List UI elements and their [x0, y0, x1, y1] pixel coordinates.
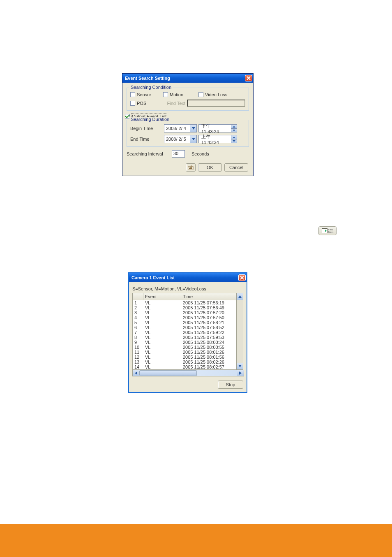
- table-row[interactable]: 13VL2005 11/25 08:02:26: [133, 360, 236, 364]
- cancel-button[interactable]: Cancel: [224, 163, 248, 172]
- scroll-left-button[interactable]: [133, 370, 139, 376]
- horizontal-scrollbar[interactable]: [132, 370, 244, 376]
- searching-interval-unit: Seconds: [191, 151, 209, 156]
- cell-event: VL: [143, 340, 181, 345]
- col-time[interactable]: Time: [181, 293, 236, 300]
- pos-checkbox[interactable]: [130, 101, 135, 106]
- col-index[interactable]: [133, 293, 143, 300]
- cell-index: 14: [133, 364, 143, 369]
- event-table: Event Time 1VL2005 11/25 07:56:192VL2005…: [132, 293, 237, 370]
- cell-index: 9: [133, 340, 143, 345]
- table-row[interactable]: 8VL2005 11/25 07:59:53: [133, 335, 236, 340]
- cell-index: 12: [133, 355, 143, 360]
- motion-checkbox[interactable]: [163, 92, 168, 97]
- scroll-down-button[interactable]: [237, 363, 243, 369]
- titlebar[interactable]: Camera 1 Event List: [129, 273, 247, 282]
- cell-event: VL: [143, 310, 181, 315]
- begin-date-picker[interactable]: 2008/ 2/ 4: [164, 124, 197, 132]
- table-row[interactable]: 11VL2005 11/25 08:01:26: [133, 350, 236, 355]
- scroll-up-button[interactable]: [237, 293, 243, 300]
- end-time-up[interactable]: [231, 135, 237, 139]
- cell-time: 2005 11/25 08:01:26: [181, 350, 236, 355]
- begin-date-dropdown[interactable]: [190, 125, 196, 132]
- table-row[interactable]: 6VL2005 11/25 07:58:52: [133, 325, 236, 330]
- cell-event: VL: [143, 355, 181, 360]
- cell-index: 8: [133, 335, 143, 340]
- cell-index: 1: [133, 300, 143, 305]
- find-text-input[interactable]: [187, 100, 245, 107]
- keyboard-icon: [188, 165, 194, 169]
- cell-time: 2005 11/25 08:02:57: [181, 364, 236, 369]
- table-header: Event Time: [133, 293, 236, 300]
- scroll-track[interactable]: [237, 300, 243, 363]
- video-loss-label: Video Loss: [205, 92, 227, 97]
- begin-time-up[interactable]: [231, 125, 237, 128]
- sensor-label: Sensor: [137, 92, 163, 97]
- table-row[interactable]: 10VL2005 11/25 08:00:55: [133, 345, 236, 350]
- table-row[interactable]: 12VL2005 11/25 08:01:56: [133, 355, 236, 360]
- scroll-thumb[interactable]: [139, 370, 197, 376]
- table-row[interactable]: 4VL2005 11/25 07:57:50: [133, 315, 236, 320]
- scroll-right-button[interactable]: [237, 370, 244, 376]
- cell-time: 2005 11/25 08:00:24: [181, 340, 236, 345]
- begin-time-label: Begin Time: [130, 126, 164, 131]
- table-row[interactable]: 1VL2005 11/25 07:56:19: [133, 300, 236, 305]
- find-next-l2: Next: [328, 231, 333, 233]
- table-row[interactable]: 2VL2005 11/25 07:56:49: [133, 305, 236, 310]
- begin-time-picker[interactable]: 下午 11:43:24: [198, 124, 237, 132]
- cell-event: VL: [143, 360, 181, 364]
- cell-time: 2005 11/25 08:01:56: [181, 355, 236, 360]
- find-next-button[interactable]: Find Next: [318, 226, 337, 235]
- end-date-picker[interactable]: 2008/ 2/ 5: [164, 135, 197, 143]
- cell-time: 2005 11/25 07:58:21: [181, 320, 236, 325]
- cell-index: 13: [133, 360, 143, 364]
- searching-interval-input[interactable]: 30: [172, 150, 185, 158]
- table-row[interactable]: 5VL2005 11/25 07:58:21: [133, 320, 236, 325]
- begin-time-down[interactable]: [231, 128, 237, 132]
- cell-index: 4: [133, 315, 143, 320]
- keyboard-button[interactable]: [186, 163, 196, 172]
- vertical-scrollbar[interactable]: [237, 293, 243, 370]
- find-next-icon: [322, 228, 327, 233]
- begin-date-value: 2008/ 2/ 4: [164, 126, 190, 131]
- page-footer: [0, 524, 392, 557]
- col-event[interactable]: Event: [143, 293, 181, 300]
- close-button[interactable]: [238, 274, 246, 281]
- end-date-dropdown[interactable]: [190, 135, 196, 143]
- end-time-label: End Time: [130, 137, 164, 142]
- cell-time: 2005 11/25 07:59:53: [181, 335, 236, 340]
- stop-button[interactable]: Stop: [218, 381, 243, 389]
- svg-rect-0: [188, 167, 194, 169]
- dialog-title: Event Search Setting: [125, 76, 245, 81]
- cell-event: VL: [143, 325, 181, 330]
- cell-time: 2005 11/25 07:57:50: [181, 315, 236, 320]
- cell-time: 2005 11/25 07:56:19: [181, 300, 236, 305]
- end-time-picker[interactable]: 上午 11:43:24: [198, 135, 237, 143]
- searching-condition-group: Searching Condition Sensor Motion Video …: [127, 88, 249, 111]
- end-date-value: 2008/ 2/ 5: [164, 137, 190, 142]
- searching-interval-label: Searching Interval: [127, 151, 172, 156]
- end-time-value: 上午 11:43:24: [199, 134, 231, 145]
- searching-duration-group: Searching Duration Begin Time 2008/ 2/ 4…: [127, 120, 249, 147]
- table-row[interactable]: 9VL2005 11/25 08:00:24: [133, 340, 236, 345]
- cell-event: VL: [143, 345, 181, 350]
- table-row[interactable]: 14VL2005 11/25 08:02:57: [133, 364, 236, 369]
- video-loss-checkbox[interactable]: [198, 92, 203, 97]
- cell-time: 2005 11/25 07:58:52: [181, 325, 236, 330]
- ok-button[interactable]: OK: [198, 163, 222, 172]
- table-row[interactable]: 3VL2005 11/25 07:57:20: [133, 310, 236, 315]
- titlebar[interactable]: Event Search Setting: [122, 74, 253, 83]
- sensor-checkbox[interactable]: [130, 92, 135, 97]
- svg-rect-2: [190, 167, 191, 168]
- close-button[interactable]: [245, 75, 252, 81]
- cell-index: 5: [133, 320, 143, 325]
- cell-event: VL: [143, 330, 181, 335]
- table-row[interactable]: 7VL2005 11/25 07:59:22: [133, 330, 236, 335]
- find-text-label: Find Text: [163, 101, 185, 106]
- cell-event: VL: [143, 300, 181, 305]
- svg-rect-1: [189, 167, 189, 168]
- end-time-down[interactable]: [231, 139, 237, 143]
- cell-event: VL: [143, 320, 181, 325]
- cell-event: VL: [143, 315, 181, 320]
- cell-index: 3: [133, 310, 143, 315]
